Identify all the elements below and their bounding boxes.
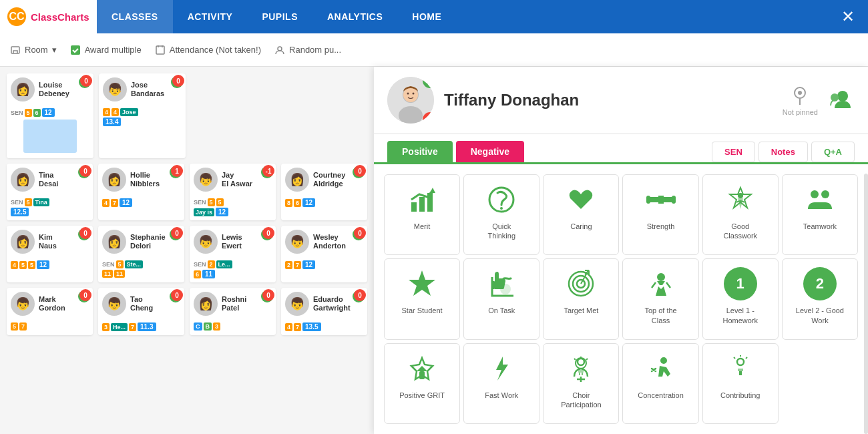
award-multiple[interactable]: Award multiple — [70, 45, 142, 55]
award-target-met[interactable]: Target Met — [543, 258, 619, 339]
stat: 5 — [25, 109, 32, 117]
student-card-lewis[interactable]: 👦 LewisEwert 0 0 SEN 2 Le... — [190, 226, 276, 282]
student-card-wesley[interactable]: 👦 WesleyAnderton 0 0 2 7 12 — [281, 226, 367, 282]
award-concentration[interactable]: Concentration — [622, 343, 698, 424]
pin-area[interactable]: Not pinned — [783, 85, 818, 116]
badge-red-jose: 0 — [172, 75, 184, 87]
fast-work-label: Fast Work — [485, 391, 518, 400]
avatar-stephanie: 👩 — [102, 230, 126, 254]
panel-scrollbar[interactable] — [864, 174, 868, 434]
svg-point-16 — [837, 91, 848, 101]
target-met-icon — [564, 267, 598, 300]
tab-positive[interactable]: Positive — [387, 141, 453, 162]
level2-icon: 2 — [803, 267, 837, 300]
tab-qa[interactable]: Q+A — [811, 142, 855, 162]
student-card-courtney[interactable]: 👩 CourtneyAldridge 0 0 8 6 12 — [281, 164, 367, 220]
attendance-btn[interactable]: Attendance (Not taken!) — [155, 45, 261, 55]
svg-point-23 — [500, 207, 503, 210]
concentration-icon — [644, 352, 678, 385]
student-name-tina: TinaDesai — [39, 171, 58, 188]
student-card-mark[interactable]: 👦 MarkGordon 0 0 5 7 — [7, 288, 93, 335]
caring-label: Caring — [570, 222, 592, 231]
add-user-icon[interactable] — [828, 85, 855, 115]
svg-text:CC: CC — [9, 11, 25, 22]
on-task-label: On Task — [488, 306, 515, 315]
nav-classes[interactable]: CLASSES — [97, 0, 173, 33]
student-card-louise[interactable]: 👩 LouiseDebeney 11 0 SEN 5 6 12 — [7, 73, 93, 158]
award-good-classwork[interactable]: GoodClasswork — [702, 174, 779, 255]
student-name-wesley: WesleyAnderton — [313, 233, 346, 250]
target-met-label: Target Met — [564, 306, 598, 315]
award-merit[interactable]: Merit — [384, 174, 460, 255]
award-choir[interactable]: ChoirParticipation — [543, 343, 619, 424]
student-card-hollie[interactable]: 👩 HollieNibblers 11 1 4 7 12 — [98, 164, 184, 220]
award-star-student[interactable]: Star Student — [384, 258, 460, 339]
award-quick-thinking[interactable]: QuickThinking — [463, 174, 539, 255]
svg-point-43 — [578, 359, 584, 365]
teamwork-label: Teamwork — [803, 222, 837, 231]
student-card-eduardo[interactable]: 👦 EduardoGartwright 0 0 4 7 13.5 — [281, 288, 367, 335]
student-card-jay[interactable]: 👦 JayEl Aswar 0 -1 SEN 5 5 — [190, 164, 276, 220]
merit-label: Merit — [414, 222, 430, 231]
nav-pupils[interactable]: PUPILS — [247, 0, 312, 33]
award-level2[interactable]: 2 Level 2 - GoodWork — [782, 258, 858, 339]
award-positive-grit[interactable]: Positive GRIT — [384, 343, 460, 424]
room-selector[interactable]: Room ▾ — [10, 45, 57, 55]
good-classwork-label: GoodClasswork — [723, 222, 757, 241]
awards-grid: Merit QuickThinking — [374, 164, 868, 434]
svg-rect-27 — [646, 196, 650, 204]
avatar-jay: 👦 — [194, 168, 218, 192]
svg-point-53 — [737, 359, 744, 365]
award-teamwork[interactable]: Teamwork — [782, 174, 858, 255]
award-contributing[interactable]: Contributing — [702, 343, 779, 424]
tab-notes[interactable]: Notes — [758, 142, 808, 162]
grid-row-2: 👩 TinaDesai 0 0 SEN 5 Tina — [7, 164, 367, 220]
award-caring[interactable]: Caring — [543, 174, 619, 255]
quick-thinking-label: QuickThinking — [487, 222, 515, 241]
svg-line-50 — [574, 359, 576, 360]
award-on-task[interactable]: On Task — [463, 258, 539, 339]
student-card-tina[interactable]: 👩 TinaDesai 0 0 SEN 5 Tina — [7, 164, 93, 220]
teamwork-icon — [803, 183, 837, 216]
svg-rect-19 — [419, 197, 425, 212]
student-name-mark: MarkGordon — [39, 295, 65, 312]
student-card-tao[interactable]: 👦 TaoCheng 0 0 3 He... 7 11.3 — [98, 288, 184, 335]
nav-home[interactable]: HOME — [397, 0, 456, 33]
svg-line-55 — [734, 357, 735, 359]
nav-activity[interactable]: ACTIVITY — [173, 0, 248, 33]
svg-point-39 — [657, 273, 665, 281]
student-card-roshni[interactable]: 👩 RoshniPatel 0 0 C B 3 — [190, 288, 276, 335]
panel-tabs: Positive Negative SEN Notes Q+A — [374, 134, 868, 164]
award-strength[interactable]: Strength — [622, 174, 698, 255]
strength-label: Strength — [647, 222, 675, 231]
close-icon[interactable]: ✕ — [841, 7, 855, 26]
student-photo-tiffany: 3 0 — [387, 77, 434, 124]
svg-line-41 — [666, 282, 670, 288]
student-card-kim[interactable]: 👩 KimNaus 0 0 4 5 5 12 — [7, 226, 93, 282]
award-top-class[interactable]: Top of theClass — [622, 258, 698, 339]
avatar-eduardo: 👦 — [285, 292, 309, 316]
student-name-jose: JoseBandaras — [131, 81, 164, 98]
svg-point-7 — [278, 47, 282, 51]
on-task-icon — [485, 267, 518, 300]
tab-sen[interactable]: SEN — [712, 142, 755, 162]
random-pupil-btn[interactable]: Random pu... — [274, 45, 341, 55]
student-card-stephanie[interactable]: 👩 StephanieDelori 0 0 SEN 5 Ste... — [98, 226, 184, 282]
level1-circle: 1 — [724, 267, 757, 300]
stat: 4 — [103, 108, 110, 116]
svg-point-30 — [811, 190, 819, 198]
award-level1[interactable]: 1 Level 1 -Homework — [702, 258, 779, 339]
level1-icon: 1 — [724, 267, 757, 300]
tab-negative[interactable]: Negative — [456, 141, 524, 162]
student-name-panel: Tiffany Donaghan — [444, 91, 773, 110]
student-card-jose[interactable]: 👦 JoseBandaras 0 0 4 4 Jose — [99, 73, 186, 158]
svg-marker-21 — [430, 188, 435, 193]
avatar-roshni: 👩 — [194, 292, 218, 316]
grid-row-1: 👩 LouiseDebeney 11 0 SEN 5 6 12 — [7, 73, 367, 158]
nav-analytics[interactable]: ANALYTICS — [312, 0, 397, 33]
award-fast-work[interactable]: Fast Work — [463, 343, 539, 424]
svg-point-13 — [413, 93, 415, 95]
avatar-louise: 👩 — [11, 77, 35, 101]
avatar-tina: 👩 — [11, 168, 35, 192]
not-pinned-label: Not pinned — [783, 108, 818, 116]
